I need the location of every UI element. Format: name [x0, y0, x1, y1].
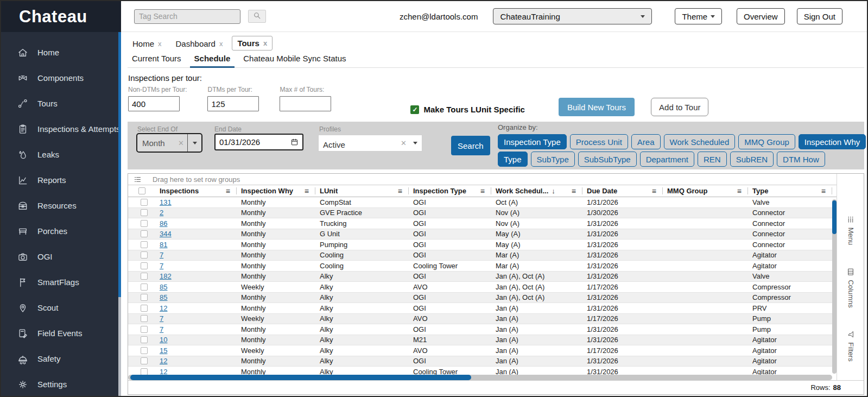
row-checkbox[interactable] — [141, 262, 148, 269]
lunit-specific-checkbox[interactable] — [410, 105, 419, 114]
site-select[interactable]: ChateauTraining — [493, 8, 652, 24]
signout-button[interactable]: Sign Out — [797, 8, 842, 24]
inspections-link[interactable]: 2 — [160, 209, 163, 217]
column-menu-icon[interactable]: ≡ — [737, 187, 742, 196]
row-checkbox[interactable] — [141, 220, 148, 227]
build-new-tours-button[interactable]: Build New Tours — [559, 98, 635, 116]
row-checkbox[interactable] — [141, 315, 148, 322]
end-date-input[interactable]: 01/31/2026 — [214, 134, 303, 150]
inspections-link[interactable]: 15 — [160, 346, 167, 355]
column-header-work-schedul[interactable]: Work Schedul... ↓ ≡ — [491, 185, 582, 197]
organize-ren[interactable]: REN — [698, 152, 727, 167]
organize-subren[interactable]: SubREN — [730, 152, 774, 167]
column-menu-icon[interactable]: ≡ — [226, 187, 230, 196]
organize-work-scheduled[interactable]: Work Scheduled — [664, 134, 736, 149]
column-menu-icon[interactable]: ≡ — [572, 187, 576, 196]
close-icon[interactable]: x — [158, 40, 162, 48]
inspections-link[interactable]: 12 — [160, 368, 167, 375]
organize-inspection-type[interactable]: Inspection Type — [498, 134, 567, 149]
column-header-lunit[interactable]: LUnit ≡ — [315, 185, 409, 197]
sidebar-item-components[interactable]: Components — [1, 65, 121, 91]
sidebar-scrollbar[interactable] — [118, 32, 121, 396]
organize-dtm-how[interactable]: DTM How — [777, 152, 825, 167]
row-checkbox[interactable] — [141, 273, 148, 280]
column-header-type[interactable]: Type ≡ — [748, 185, 832, 197]
inspections-link[interactable]: 12 — [160, 357, 167, 365]
sidebar-item-smartflags[interactable]: SmartFlags — [1, 269, 121, 295]
subtab-schedule[interactable]: Schedule — [190, 52, 235, 68]
column-header-inspection-why[interactable]: Inspection Why ≡ — [237, 185, 315, 197]
column-menu-icon[interactable]: ≡ — [480, 187, 485, 196]
column-header-mmq-group[interactable]: MMQ Group ≡ — [663, 185, 748, 197]
inspections-link[interactable]: 7 — [160, 262, 163, 270]
row-checkbox[interactable] — [141, 368, 148, 375]
sidebar-item-ogi[interactable]: OGI — [1, 244, 121, 269]
sidebar-item-field-events[interactable]: Field Events — [1, 320, 121, 346]
search-button[interactable] — [248, 10, 266, 23]
column-header-inspection-type[interactable]: Inspection Type ≡ — [409, 185, 491, 197]
row-checkbox[interactable] — [141, 347, 148, 354]
organize-process-unit[interactable]: Process Unit — [570, 134, 628, 149]
sidebar-item-tours[interactable]: Tours — [1, 91, 121, 116]
horizontal-scrollbar[interactable] — [128, 375, 832, 380]
column-menu-icon[interactable]: ≡ — [305, 187, 309, 196]
dtms-input[interactable] — [207, 96, 259, 111]
organize-inspection-why[interactable]: Inspection Why — [799, 134, 866, 149]
row-checkbox[interactable] — [141, 241, 148, 248]
tab-home[interactable]: Home x — [128, 37, 167, 51]
inspections-link[interactable]: 7 — [160, 314, 163, 323]
column-header-inspections[interactable]: Inspections ≡ — [155, 185, 237, 197]
vertical-scrollbar-thumb[interactable] — [832, 200, 837, 234]
clear-icon[interactable]: ✕ — [397, 139, 410, 147]
subtab-chateau-mobile-sync-status[interactable]: Chateau Mobile Sync Status — [239, 52, 350, 67]
clear-icon[interactable]: ✕ — [175, 139, 187, 147]
column-menu-icon[interactable]: ≡ — [652, 187, 656, 196]
row-checkbox[interactable] — [141, 251, 148, 259]
sidebar-item-settings[interactable]: Settings — [1, 371, 121, 397]
organize-area[interactable]: Area — [631, 134, 661, 149]
column-menu-icon[interactable]: ≡ — [821, 187, 826, 196]
row-checkbox[interactable] — [141, 305, 148, 312]
sidebar-item-resources[interactable]: Resources — [1, 193, 121, 218]
row-checkbox[interactable] — [141, 199, 148, 206]
subtab-current-tours[interactable]: Current Tours — [128, 52, 186, 67]
inspections-link[interactable]: 131 — [160, 198, 172, 206]
tag-search-input[interactable] — [134, 9, 240, 24]
row-checkbox[interactable] — [141, 294, 148, 301]
sidebar-scrollbar-thumb[interactable] — [118, 32, 121, 297]
close-icon[interactable]: x — [219, 40, 223, 48]
sidebar-item-safety[interactable]: Safety — [1, 346, 121, 371]
sidebar-item-porches[interactable]: Porches — [1, 218, 121, 244]
overview-button[interactable]: Overview — [737, 8, 785, 24]
tab-tours[interactable]: Tours x — [232, 36, 273, 51]
organize-type[interactable]: Type — [498, 152, 528, 167]
non-dtms-input[interactable] — [128, 96, 180, 111]
row-checkbox[interactable] — [141, 230, 148, 237]
organize-subtype[interactable]: SubType — [531, 152, 575, 167]
row-checkbox[interactable] — [141, 357, 148, 364]
profiles-dropdown[interactable]: Active ✕ — [318, 135, 422, 152]
max-tours-input[interactable] — [280, 96, 331, 111]
inspections-link[interactable]: 85 — [160, 293, 167, 301]
column-menu-icon[interactable]: ≡ — [398, 187, 402, 196]
organize-mmq-group[interactable]: MMQ Group — [738, 134, 795, 149]
inspections-link[interactable]: 10 — [160, 336, 167, 344]
organize-subsubtype[interactable]: SubSubType — [578, 152, 637, 167]
row-group-drop-zone[interactable]: Drag here to set row groups — [128, 174, 837, 185]
inspections-link[interactable]: 81 — [160, 241, 167, 249]
close-icon[interactable]: x — [263, 39, 267, 47]
add-to-tour-button[interactable]: Add to Tour — [651, 98, 708, 116]
row-checkbox[interactable] — [141, 326, 148, 333]
side-tab-menu[interactable]: Menu — [846, 216, 854, 245]
inspections-link[interactable]: 344 — [160, 230, 172, 238]
select-all-checkbox[interactable] — [138, 187, 145, 194]
row-checkbox[interactable] — [141, 336, 148, 343]
sidebar-item-reports[interactable]: Reports — [1, 167, 121, 193]
inspections-link[interactable]: 12 — [160, 304, 167, 312]
organize-department[interactable]: Department — [640, 152, 694, 167]
sidebar-item-home[interactable]: Home — [1, 40, 121, 65]
sidebar-item-leaks[interactable]: Leaks — [1, 142, 121, 167]
sidebar-item-scout[interactable]: Scout — [1, 295, 121, 320]
dropdown-caret-section[interactable] — [187, 134, 201, 152]
horizontal-scrollbar-thumb[interactable] — [130, 375, 471, 380]
